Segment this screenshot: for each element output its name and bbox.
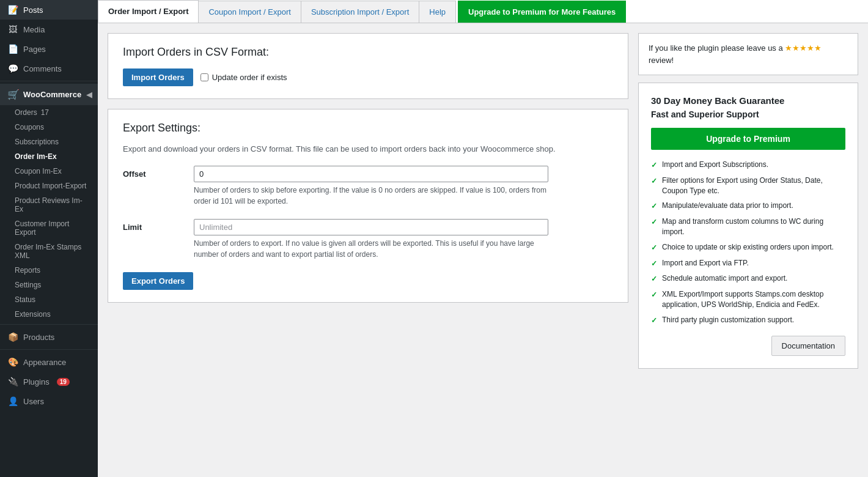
sidebar-item-product-import-export[interactable]: Product Import-Export: [0, 179, 98, 193]
check-icon: ✓: [651, 316, 657, 326]
check-icon: ✓: [651, 160, 657, 171]
media-icon: 🖼: [7, 24, 18, 34]
sidebar-item-products[interactable]: 📦 Products: [0, 327, 98, 347]
products-icon: 📦: [7, 332, 18, 342]
check-icon: ✓: [651, 259, 657, 269]
appearance-icon: 🎨: [7, 357, 18, 367]
sidebar-item-extensions[interactable]: Extensions: [0, 307, 98, 322]
offset-input[interactable]: [194, 166, 548, 182]
feature-item: ✓Schedule automatic import and export.: [651, 273, 845, 284]
content-area: Import Orders in CSV Format: Import Orde…: [98, 23, 868, 477]
upgrade-button[interactable]: Upgrade to Premium: [651, 128, 845, 150]
sidebar: 📝 Posts 🖼 Media 📄 Pages 💬 Comments 🛒 Woo…: [0, 0, 98, 477]
woocommerce-icon: 🛒: [7, 89, 18, 100]
offset-label: Offset: [123, 166, 184, 179]
review-stars: ★★★★★: [785, 43, 822, 53]
tab-upgrade[interactable]: Upgrade to Premium for More Features: [458, 1, 626, 23]
premium-subtitle: Fast and Superior Support: [651, 109, 845, 119]
main-content: Order Import / Export Coupon Import / Ex…: [98, 0, 868, 477]
limit-label: Limit: [123, 219, 184, 232]
feature-item: ✓Import and Export Subscriptions.: [651, 160, 845, 171]
import-orders-button[interactable]: Import Orders: [123, 68, 193, 86]
sidebar-item-users[interactable]: 👤 Users: [0, 391, 98, 411]
limit-input[interactable]: [194, 219, 548, 235]
premium-card: 30 Day Money Back Guarantee Fast and Sup…: [638, 83, 858, 369]
posts-icon: 📝: [7, 5, 18, 15]
right-panel: If you like the plugin please leave us a…: [638, 33, 858, 467]
sidebar-item-coupons[interactable]: Coupons: [0, 120, 98, 135]
feature-list: ✓Import and Export Subscriptions.✓Filter…: [651, 160, 845, 326]
tab-order-import-export[interactable]: Order Import / Export: [98, 0, 199, 23]
check-icon: ✓: [651, 176, 657, 187]
sidebar-item-plugins[interactable]: 🔌 Plugins 19: [0, 372, 98, 391]
feature-item: ✓Third party plugin customization suppor…: [651, 315, 845, 326]
users-icon: 👤: [7, 396, 18, 406]
sidebar-item-posts[interactable]: 📝 Posts: [0, 0, 98, 20]
comments-icon: 💬: [7, 64, 18, 73]
sidebar-separator-3: [0, 349, 98, 350]
feature-item: ✓XML Export/Import supports Stamps.com d…: [651, 289, 845, 310]
sidebar-item-reports[interactable]: Reports: [0, 263, 98, 278]
sidebar-item-settings[interactable]: Settings: [0, 278, 98, 292]
check-icon: ✓: [651, 274, 657, 284]
review-banner: If you like the plugin please leave us a…: [638, 33, 858, 75]
limit-help: Number of orders to export. If no value …: [194, 238, 548, 260]
sidebar-item-order-im-ex[interactable]: Order Im-Ex: [0, 149, 98, 164]
limit-content: Number of orders to export. If no value …: [194, 219, 613, 260]
sidebar-item-order-stamps-xml[interactable]: Order Im-Ex Stamps XML: [0, 240, 98, 263]
import-title: Import Orders in CSV Format:: [123, 46, 613, 59]
feature-item: ✓Import and Export via FTP.: [651, 258, 845, 269]
sidebar-item-woocommerce[interactable]: 🛒 WooCommerce ◀: [0, 84, 98, 105]
sidebar-item-status[interactable]: Status: [0, 292, 98, 307]
feature-item: ✓Map and transform custom columns to WC …: [651, 216, 845, 237]
sidebar-item-appearance[interactable]: 🎨 Appearance: [0, 352, 98, 372]
offset-row: Offset Number of orders to skip before e…: [123, 166, 613, 207]
sidebar-item-orders[interactable]: Orders 17: [0, 105, 98, 120]
sidebar-item-comments[interactable]: 💬 Comments: [0, 59, 98, 78]
offset-help: Number of orders to skip before exportin…: [194, 185, 548, 207]
sidebar-item-pages[interactable]: 📄 Pages: [0, 39, 98, 59]
export-title: Export Settings:: [123, 122, 613, 135]
pages-icon: 📄: [7, 44, 18, 54]
feature-item: ✓Choice to update or skip existing order…: [651, 242, 845, 253]
sidebar-item-product-reviews[interactable]: Product Reviews Im-Ex: [0, 193, 98, 216]
update-order-checkbox[interactable]: [200, 73, 208, 81]
feature-item: ✓Manipulate/evaluate data prior to impor…: [651, 201, 845, 212]
sidebar-item-coupon-im-ex[interactable]: Coupon Im-Ex: [0, 164, 98, 179]
left-panel: Import Orders in CSV Format: Import Orde…: [108, 33, 628, 467]
premium-title: 30 Day Money Back Guarantee: [651, 95, 845, 106]
export-description: Export and download your orders in CSV f…: [123, 144, 613, 153]
import-card: Import Orders in CSV Format: Import Orde…: [108, 33, 628, 99]
tab-coupon-import-export[interactable]: Coupon Import / Export: [198, 1, 301, 23]
sidebar-separator-1: [0, 81, 98, 81]
sidebar-item-customer-import-export[interactable]: Customer Import Export: [0, 216, 98, 240]
export-orders-button[interactable]: Export Orders: [123, 272, 193, 290]
feature-item: ✓Filter options for Export using Order S…: [651, 176, 845, 196]
offset-content: Number of orders to skip before exportin…: [194, 166, 613, 207]
check-icon: ✓: [651, 217, 657, 227]
limit-row: Limit Number of orders to export. If no …: [123, 219, 613, 260]
import-row: Import Orders Update order if exists: [123, 68, 613, 86]
check-icon: ✓: [651, 201, 657, 212]
docs-button[interactable]: Documentation: [771, 336, 845, 356]
sidebar-item-media[interactable]: 🖼 Media: [0, 20, 98, 39]
sidebar-separator-2: [0, 324, 98, 325]
check-icon: ✓: [651, 290, 657, 300]
plugins-icon: 🔌: [7, 377, 18, 386]
tab-help[interactable]: Help: [419, 1, 456, 23]
update-order-checkbox-label[interactable]: Update order if exists: [200, 73, 287, 82]
check-icon: ✓: [651, 243, 657, 253]
tab-bar: Order Import / Export Coupon Import / Ex…: [98, 0, 868, 23]
tab-subscription-import-export[interactable]: Subscription Import / Export: [301, 1, 419, 23]
sidebar-item-subscriptions[interactable]: Subscriptions: [0, 135, 98, 149]
export-card: Export Settings: Export and download you…: [108, 109, 628, 303]
woocommerce-chevron: ◀: [86, 90, 92, 99]
